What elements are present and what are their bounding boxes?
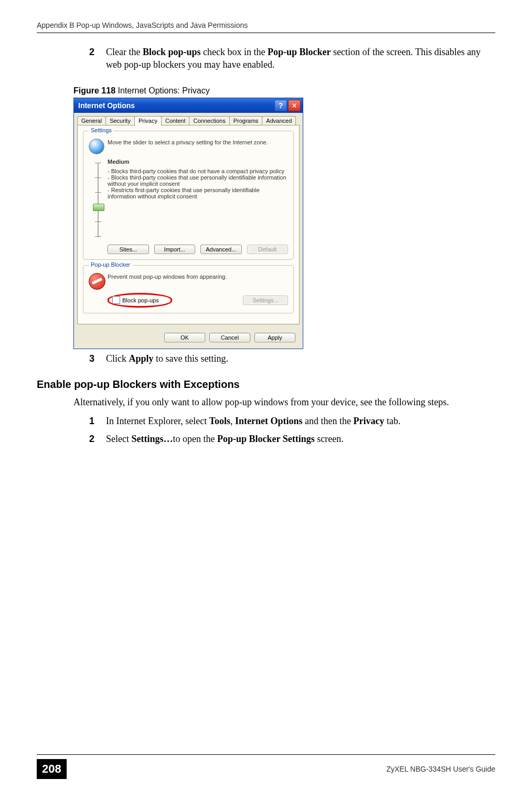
bold-fragment: Block pop-ups bbox=[143, 47, 201, 57]
text-fragment: Click bbox=[106, 353, 129, 364]
step-2b: 2 Select Settings…to open the Pop-up Blo… bbox=[89, 433, 495, 445]
text-fragment: Clear the bbox=[106, 47, 143, 57]
help-icon: ? bbox=[279, 101, 283, 110]
text-fragment: check box in the bbox=[201, 47, 268, 57]
slider-tick bbox=[95, 163, 101, 163]
text-fragment: In Internet Explorer, select bbox=[106, 416, 209, 426]
block-popups-label: Block pop-ups bbox=[122, 297, 159, 303]
help-button[interactable]: ? bbox=[274, 100, 287, 111]
close-icon: × bbox=[292, 101, 296, 110]
bullet: - Blocks third-party cookies that do not… bbox=[108, 168, 288, 174]
text-fragment: screen. bbox=[315, 434, 344, 444]
slider-col bbox=[89, 159, 108, 239]
step-number: 3 bbox=[89, 352, 102, 365]
figure-label: Figure 118 bbox=[73, 86, 115, 95]
privacy-slider[interactable] bbox=[94, 161, 102, 239]
intro-row: Move the slider to select a privacy sett… bbox=[89, 139, 288, 154]
icon-col bbox=[89, 273, 108, 290]
bold-fragment: Apply bbox=[129, 353, 154, 364]
default-button: Default bbox=[247, 245, 289, 254]
tab-security[interactable]: Security bbox=[105, 116, 135, 125]
guide-title: ZyXEL NBG-334SH User's Guide bbox=[386, 765, 495, 773]
settings-group: Settings Move the slider to select a pri… bbox=[83, 131, 294, 260]
figure-title: Internet Options: Privacy bbox=[115, 86, 210, 95]
tab-connections[interactable]: Connections bbox=[189, 116, 229, 125]
footer-rule bbox=[37, 754, 495, 755]
tab-content[interactable]: Content bbox=[161, 116, 190, 125]
globe-icon bbox=[89, 139, 104, 154]
section-intro: Alternatively, if you only want to allow… bbox=[73, 396, 495, 408]
dialog-title: Internet Options bbox=[78, 101, 135, 110]
block-icon bbox=[89, 273, 105, 290]
bold-fragment: Tools bbox=[209, 416, 230, 426]
page-footer: 208 ZyXEL NBG-334SH User's Guide bbox=[37, 754, 495, 779]
step-3: 3 Click Apply to save this setting. bbox=[89, 352, 495, 365]
slider-tick bbox=[95, 222, 101, 222]
popup-intro: Prevent most pop-up windows from appeari… bbox=[108, 273, 288, 290]
group-legend: Settings bbox=[89, 127, 114, 133]
text-fragment: Select bbox=[106, 434, 131, 444]
internet-options-dialog: Internet Options ? × General Security Pr… bbox=[73, 98, 303, 349]
footer-row: 208 ZyXEL NBG-334SH User's Guide bbox=[37, 759, 495, 779]
popup-settings-button: Settings... bbox=[243, 296, 288, 305]
slider-description: Medium - Blocks third-party cookies that… bbox=[108, 159, 288, 239]
bullet: - Restricts first-party cookies that use… bbox=[108, 187, 288, 199]
section-heading: Enable pop-up Blockers with Exceptions bbox=[37, 378, 495, 391]
step-number: 1 bbox=[89, 415, 102, 427]
step-1b: 1 In Internet Explorer, select Tools, In… bbox=[89, 415, 495, 427]
bold-fragment: Internet Options bbox=[235, 416, 303, 426]
popup-checkbox-row: Block pop-ups Settings... bbox=[89, 293, 288, 308]
ok-button[interactable]: OK bbox=[164, 333, 205, 342]
text-fragment: to open the bbox=[173, 434, 217, 444]
tab-general[interactable]: General bbox=[77, 116, 106, 125]
slider-area: Medium - Blocks third-party cookies that… bbox=[89, 159, 288, 239]
tab-programs[interactable]: Programs bbox=[229, 116, 263, 125]
slider-tick bbox=[95, 177, 101, 178]
step-number: 2 bbox=[89, 46, 102, 71]
slider-track bbox=[98, 163, 99, 237]
step-text: Select Settings…to open the Pop-up Block… bbox=[106, 433, 495, 445]
settings-button-row: Sites... Import... Advanced... Default bbox=[89, 245, 288, 254]
bold-fragment: Pop-up Blocker Settings bbox=[217, 434, 315, 444]
popup-blocker-group: Pop-up Blocker Prevent most pop-up windo… bbox=[83, 265, 294, 313]
running-header: Appendix B Pop-up Windows, JavaScripts a… bbox=[37, 21, 495, 29]
step-text: In Internet Explorer, select Tools, Inte… bbox=[106, 415, 495, 427]
bullet: - Blocks third-party cookies that use pe… bbox=[108, 174, 288, 187]
header-rule bbox=[37, 33, 495, 33]
sites-button[interactable]: Sites... bbox=[108, 245, 149, 254]
block-popups-checkbox[interactable] bbox=[112, 296, 120, 304]
privacy-panel: Settings Move the slider to select a pri… bbox=[77, 125, 300, 324]
text-fragment: to save this setting. bbox=[154, 353, 229, 364]
step-text: Clear the Block pop-ups check box in the… bbox=[106, 46, 495, 71]
text-fragment: , bbox=[230, 416, 235, 426]
cancel-button[interactable]: Cancel bbox=[209, 333, 250, 342]
apply-button[interactable]: Apply bbox=[254, 333, 295, 342]
step-2: 2 Clear the Block pop-ups check box in t… bbox=[89, 46, 495, 71]
figure-caption: Figure 118 Internet Options: Privacy bbox=[73, 86, 495, 96]
dialog-titlebar[interactable]: Internet Options ? × bbox=[74, 98, 303, 113]
tab-privacy[interactable]: Privacy bbox=[134, 116, 162, 126]
step-text: Click Apply to save this setting. bbox=[106, 352, 495, 365]
group-legend: Pop-up Blocker bbox=[89, 261, 132, 268]
tab-advanced[interactable]: Advanced bbox=[262, 116, 296, 125]
highlight-ring: Block pop-ups bbox=[108, 293, 172, 308]
tab-strip: General Security Privacy Content Connect… bbox=[74, 113, 303, 125]
bold-fragment: Privacy bbox=[354, 416, 385, 426]
text-fragment: tab. bbox=[385, 416, 401, 426]
advanced-button[interactable]: Advanced... bbox=[200, 245, 242, 254]
slider-thumb[interactable] bbox=[93, 204, 104, 211]
page-number: 208 bbox=[37, 759, 67, 779]
dialog-footer: OK Cancel Apply bbox=[74, 328, 303, 349]
bold-fragment: Settings… bbox=[131, 434, 173, 444]
close-button[interactable]: × bbox=[288, 100, 301, 111]
privacy-level: Medium bbox=[108, 159, 288, 165]
page: Appendix B Pop-up Windows, JavaScripts a… bbox=[0, 0, 532, 800]
settings-intro: Move the slider to select a privacy sett… bbox=[108, 139, 288, 154]
text-fragment: and then the bbox=[303, 416, 354, 426]
step-number: 2 bbox=[89, 433, 102, 445]
popup-intro-row: Prevent most pop-up windows from appeari… bbox=[89, 273, 288, 290]
bold-fragment: Pop-up Blocker bbox=[268, 47, 331, 57]
icon-col bbox=[89, 139, 108, 154]
import-button[interactable]: Import... bbox=[154, 245, 196, 254]
slider-tick bbox=[95, 236, 101, 237]
